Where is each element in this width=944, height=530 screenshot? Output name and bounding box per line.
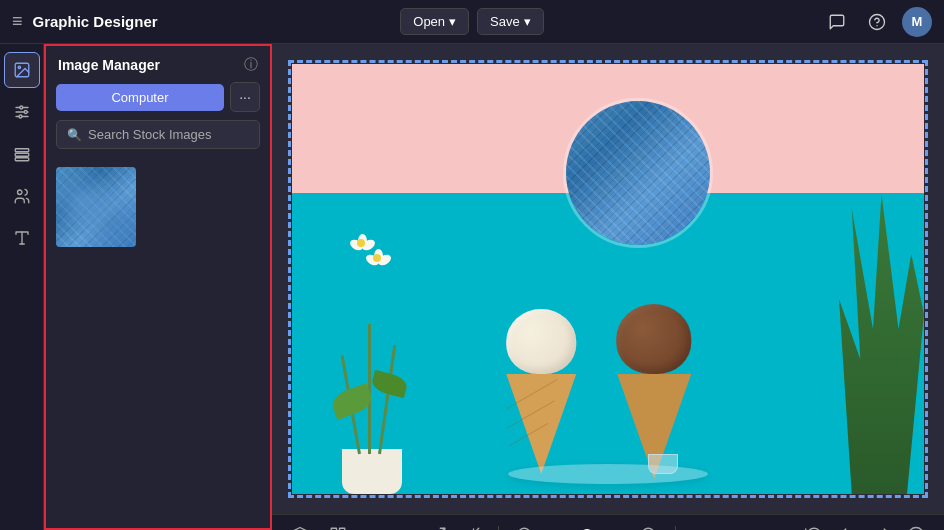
svg-point-0 [870, 14, 885, 29]
info-icon[interactable]: ⓘ [244, 56, 258, 74]
search-icon: 🔍 [67, 128, 82, 142]
flower-pot [342, 449, 402, 494]
app-title: Graphic Designer [33, 13, 158, 30]
vanilla-scoop [506, 309, 576, 374]
svg-point-8 [24, 111, 27, 114]
open-button[interactable]: Open ▾ [400, 8, 469, 35]
more-button[interactable]: ··· [230, 82, 260, 112]
sidebar-item-layers[interactable] [4, 136, 40, 172]
sidebar-item-text[interactable] [4, 220, 40, 256]
zoom-in-button[interactable] [637, 523, 661, 531]
panel-header: Image Manager ⓘ [46, 46, 270, 82]
expand-button[interactable] [426, 523, 450, 531]
bottom-toolbar: 82% [272, 514, 944, 530]
stem2 [378, 345, 396, 454]
history-button[interactable] [904, 523, 928, 531]
ice-cream-group [506, 304, 691, 474]
main-area: Image Manager ⓘ Computer ··· 🔍 Search St… [0, 44, 944, 530]
glass-cup [648, 454, 678, 474]
bottom-right-tools [802, 523, 928, 531]
refresh-button[interactable] [802, 523, 826, 531]
leaf2 [370, 370, 409, 398]
canvas-background [292, 64, 924, 494]
hamburger-icon[interactable]: ≡ [12, 11, 23, 32]
bottom-left-tools [288, 523, 350, 531]
separator2 [675, 526, 676, 531]
help-button[interactable] [862, 7, 892, 37]
svg-point-11 [19, 115, 22, 118]
svg-point-15 [17, 190, 22, 195]
svg-rect-14 [15, 158, 29, 161]
computer-button[interactable]: Computer [56, 84, 224, 111]
svg-rect-13 [15, 153, 29, 156]
vanilla-cone [506, 374, 576, 474]
save-button[interactable]: Save ▾ [477, 8, 544, 35]
blue-texture [566, 101, 710, 245]
topbar-right: M [544, 7, 932, 37]
panel-title: Image Manager [58, 57, 160, 73]
topbar: ≡ Graphic Designer Open ▾ Save ▾ M [0, 0, 944, 44]
sidebar-item-adjust[interactable] [4, 94, 40, 130]
thumbnail-area [46, 159, 270, 255]
avatar[interactable]: M [902, 7, 932, 37]
blue-circle-overlay [563, 98, 713, 248]
chocolate-scoop [616, 304, 691, 374]
sidebar-item-images[interactable] [4, 52, 40, 88]
icon-sidebar [0, 44, 44, 530]
image-manager-panel: Image Manager ⓘ Computer ··· 🔍 Search St… [44, 44, 272, 530]
redo-button[interactable] [870, 523, 894, 531]
undo-button[interactable] [836, 523, 860, 531]
search-stock-button[interactable]: 🔍 Search Stock Images [56, 120, 260, 149]
separator1 [498, 526, 499, 531]
canvas-wrapper [272, 44, 944, 514]
sidebar-item-people[interactable] [4, 178, 40, 214]
left-plants [322, 214, 422, 494]
glass-plate [508, 464, 708, 484]
zoom-out-button[interactable] [513, 523, 537, 531]
image-thumbnail[interactable] [56, 167, 136, 247]
shrink-button[interactable] [460, 523, 484, 531]
canvas-area: 82% [272, 44, 944, 530]
panel-buttons: Computer ··· [46, 82, 270, 120]
flower2 [368, 249, 390, 271]
bottom-center-tools: 82% [426, 523, 726, 531]
topbar-center: Open ▾ Save ▾ [400, 8, 543, 35]
svg-rect-12 [15, 149, 29, 152]
svg-point-5 [19, 106, 22, 109]
cone-lines-vanilla [506, 374, 576, 474]
right-plants [839, 194, 924, 494]
grid-button[interactable] [326, 523, 350, 531]
svg-point-2 [18, 66, 20, 68]
search-stock-label: Search Stock Images [88, 127, 212, 142]
thumbnail-image [56, 167, 136, 247]
vanilla-ice-cream [506, 309, 576, 474]
chat-button[interactable] [822, 7, 852, 37]
layers-button[interactable] [288, 523, 312, 531]
topbar-left: ≡ Graphic Designer [12, 11, 400, 32]
canvas-frame[interactable] [292, 64, 924, 494]
chocolate-ice-cream [616, 304, 691, 479]
